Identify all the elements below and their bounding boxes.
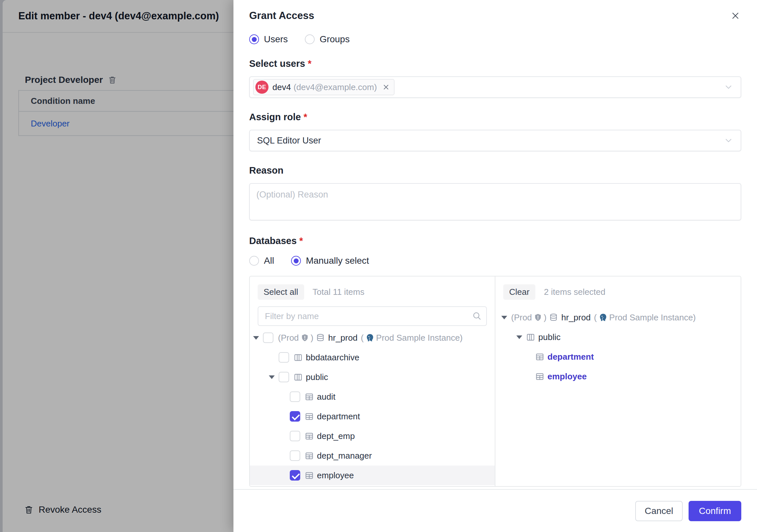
assign-role-label: Assign role* <box>249 112 741 122</box>
table-icon <box>305 452 314 460</box>
collapse-caret-icon[interactable] <box>516 335 522 339</box>
search-icon <box>472 311 482 321</box>
table-icon <box>535 372 544 381</box>
cancel-button[interactable]: Cancel <box>635 501 683 521</box>
transfer-source-pane: Select all Total 11 items <box>250 276 496 486</box>
postgres-icon <box>365 333 375 342</box>
shield-icon <box>534 313 542 322</box>
tree-row-department[interactable]: department <box>250 407 495 426</box>
database-transfer: Select all Total 11 items <box>249 276 741 487</box>
expand-caret-icon[interactable] <box>253 336 259 340</box>
user-tag-dev4: DE dev4 (dev4@example.com) <box>253 79 395 95</box>
postgres-icon <box>598 313 608 322</box>
databases-label: Databases* <box>249 235 741 246</box>
checkbox-dept-manager[interactable] <box>290 451 300 461</box>
filter-input[interactable] <box>258 306 487 326</box>
tree-row-bbdataarchive[interactable]: bbdataarchive <box>250 348 495 367</box>
selected-row-hr-prod[interactable]: (Prod ) hr_prod ( <box>496 308 741 327</box>
remove-tag-icon[interactable] <box>382 83 390 91</box>
grant-access-modal: Grant Access Users Groups <box>233 0 757 532</box>
assign-role-value: SQL Editor User <box>257 136 321 146</box>
table-icon <box>305 471 314 480</box>
avatar: DE <box>256 80 268 94</box>
radio-groups-circle[interactable] <box>305 34 315 44</box>
modal-footer: Cancel Confirm <box>233 489 757 532</box>
reason-textarea[interactable] <box>249 183 741 220</box>
checkbox-audit[interactable] <box>290 391 300 402</box>
shield-icon <box>301 333 309 342</box>
database-icon <box>316 333 325 342</box>
select-all-button[interactable]: Select all <box>258 284 304 300</box>
table-icon <box>305 412 314 421</box>
tree-row-dept-emp[interactable]: dept_emp <box>250 426 495 446</box>
selected-row-public[interactable]: public <box>496 327 741 347</box>
table-icon <box>305 432 314 441</box>
transfer-target-pane: Clear 2 items selected (Prod <box>496 276 741 486</box>
tree-row-hr-prod[interactable]: (Prod ) hr_prod ( <box>250 328 495 348</box>
clear-button[interactable]: Clear <box>503 284 535 300</box>
checkbox-dept-emp[interactable] <box>290 431 300 441</box>
modal-title: Grant Access <box>249 10 314 22</box>
tree-row-dept-manager[interactable]: dept_manager <box>250 446 495 465</box>
tree-row-employee[interactable]: employee <box>250 465 495 485</box>
reason-label: Reason <box>249 165 741 176</box>
chevron-down-icon <box>724 136 733 145</box>
assign-role-select[interactable]: SQL Editor User <box>249 130 741 151</box>
close-icon[interactable] <box>730 10 741 22</box>
tree-row-audit[interactable]: audit <box>250 387 495 407</box>
radio-groups[interactable]: Groups <box>305 34 350 45</box>
databases-radio-group: All Manually select <box>249 256 741 266</box>
radio-manually-select[interactable]: Manually select <box>291 256 369 266</box>
selected-row-department[interactable]: department <box>496 347 741 366</box>
table-icon <box>305 392 314 401</box>
radio-users-circle[interactable] <box>249 34 259 44</box>
checkbox-department-checked[interactable] <box>290 411 300 422</box>
chevron-down-icon <box>724 82 733 92</box>
database-icon <box>549 313 558 322</box>
expand-caret-icon[interactable] <box>269 375 275 379</box>
schema-icon <box>294 373 303 382</box>
confirm-button[interactable]: Confirm <box>688 501 741 521</box>
selected-count-label: 2 items selected <box>544 287 605 297</box>
select-users-input[interactable]: DE dev4 (dev4@example.com) <box>249 76 741 98</box>
radio-users[interactable]: Users <box>249 34 288 45</box>
radio-all-circle[interactable] <box>249 256 259 266</box>
select-users-label: Select users* <box>249 58 741 69</box>
radio-all[interactable]: All <box>249 256 274 266</box>
schema-icon <box>294 353 303 362</box>
schema-icon <box>526 333 535 342</box>
checkbox-employee-checked[interactable] <box>290 470 300 481</box>
checkbox-public[interactable] <box>279 372 289 382</box>
selected-row-employee[interactable]: employee <box>496 366 741 386</box>
checkbox-hr-prod[interactable] <box>263 332 273 343</box>
collapse-caret-icon[interactable] <box>501 316 507 319</box>
table-icon <box>535 353 544 361</box>
screen: Edit member - dev4 (dev4@example.com) Pr… <box>0 0 757 532</box>
member-type-radio-group: Users Groups <box>249 34 741 45</box>
radio-manually-select-circle[interactable] <box>291 256 301 266</box>
total-items-label: Total 11 items <box>313 287 364 297</box>
checkbox-bbdataarchive[interactable] <box>279 352 289 363</box>
tree-row-public[interactable]: public <box>250 367 495 387</box>
